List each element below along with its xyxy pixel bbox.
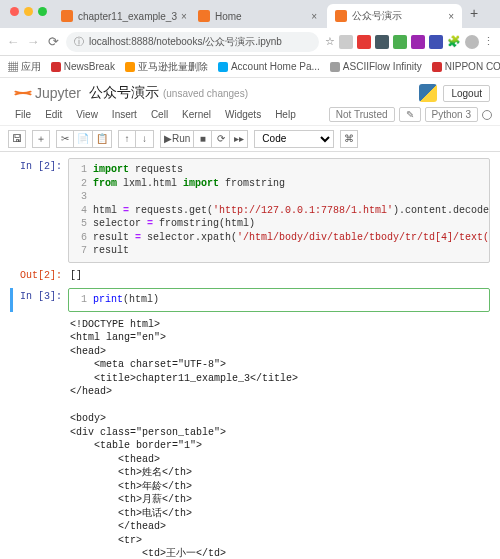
close-tab-icon[interactable]: × (177, 11, 187, 22)
input-prompt: In [2]: (10, 158, 68, 263)
ext-icon[interactable] (393, 35, 407, 49)
jupyter-logo-icon (10, 82, 32, 104)
bookmark-item[interactable]: 亚马逊批量删除 (125, 60, 208, 74)
close-window-icon[interactable] (10, 7, 19, 16)
output-prompt (10, 316, 68, 560)
window-controls (6, 7, 53, 22)
code-editor[interactable]: 1print(html) (68, 288, 490, 312)
tab-title: 公众号演示 (352, 9, 402, 23)
jupyter-favicon-icon (61, 10, 73, 22)
maximize-window-icon[interactable] (38, 7, 47, 16)
menu-widgets[interactable]: Widgets (218, 109, 268, 120)
ext-icon[interactable] (411, 35, 425, 49)
restart-button[interactable]: ⟳ (212, 130, 230, 148)
site-info-icon[interactable]: ⓘ (74, 35, 84, 49)
paste-button[interactable]: 📋 (93, 130, 112, 148)
save-button[interactable]: 🖫 (8, 130, 26, 148)
forward-button[interactable]: → (26, 34, 40, 49)
save-status: (unsaved changes) (163, 88, 248, 99)
close-tab-icon[interactable]: × (307, 11, 317, 22)
jupyter-favicon-icon (335, 10, 347, 22)
kernel-status-icon (482, 110, 492, 120)
kernel-name[interactable]: Python 3 (425, 107, 478, 122)
restart-run-button[interactable]: ▸▸ (230, 130, 248, 148)
url-input[interactable]: ⓘ localhost:8888/notebooks/公众号演示.ipynb (66, 32, 319, 52)
profile-icon[interactable] (465, 35, 479, 49)
minimize-window-icon[interactable] (24, 7, 33, 16)
copy-button[interactable]: 📄 (74, 130, 93, 148)
command-palette-button[interactable]: ⌘ (340, 130, 358, 148)
toolbar: 🖫 ＋ ✂ 📄 📋 ↑ ↓ ▶ Run ■ ⟳ ▸▸ Code ⌘ (0, 126, 500, 152)
browser-tab-active[interactable]: 公众号演示 × (327, 4, 462, 28)
menu-cell[interactable]: Cell (144, 109, 175, 120)
apps-button[interactable]: ▦ 应用 (8, 60, 41, 74)
logout-button[interactable]: Logout (443, 85, 490, 102)
extension-icons: ☆ 🧩 ⋮ (325, 35, 494, 49)
jupyter-logo-text: Jupyter (35, 85, 81, 101)
menu-file[interactable]: File (8, 109, 38, 120)
notebook-name[interactable]: 公众号演示 (89, 84, 159, 102)
code-editor[interactable]: 1import requests 2from lxml.html import … (68, 158, 490, 263)
output-cell: Out[2]: [] (10, 267, 490, 285)
menu-insert[interactable]: Insert (105, 109, 144, 120)
run-button[interactable]: ▶ Run (160, 130, 194, 148)
output-text: [] (68, 267, 490, 285)
url-text: localhost:8888/notebooks/公众号演示.ipynb (89, 35, 282, 49)
output-prompt: Out[2]: (10, 267, 68, 285)
input-prompt: In [3]: (10, 288, 68, 312)
output-text: <!DOCTYPE html> <html lang="en"> <head> … (68, 316, 490, 560)
jupyter-favicon-icon (198, 10, 210, 22)
menu-kernel[interactable]: Kernel (175, 109, 218, 120)
ext-icon[interactable] (375, 35, 389, 49)
python-logo-icon (419, 84, 437, 102)
jupyter-header: Jupyter 公众号演示 (unsaved changes) Logout (0, 78, 500, 104)
code-cell[interactable]: In [2]: 1import requests 2from lxml.html… (10, 158, 490, 263)
browser-tab[interactable]: chapter11_example_3 × (53, 4, 188, 28)
ext-icon[interactable] (339, 35, 353, 49)
cut-button[interactable]: ✂ (56, 130, 74, 148)
ext-icon[interactable] (429, 35, 443, 49)
move-down-button[interactable]: ↓ (136, 130, 154, 148)
back-button[interactable]: ← (6, 34, 20, 49)
star-icon[interactable]: ☆ (325, 35, 335, 49)
tab-title: Home (215, 11, 242, 22)
ext-icon[interactable] (357, 35, 371, 49)
output-cell: <!DOCTYPE html> <html lang="en"> <head> … (10, 316, 490, 560)
jupyter-logo[interactable]: Jupyter (10, 82, 81, 104)
cell-type-select[interactable]: Code (254, 130, 334, 148)
close-tab-icon[interactable]: × (444, 11, 454, 22)
menu-bar: File Edit View Insert Cell Kernel Widget… (0, 104, 500, 126)
bookmark-item[interactable]: NIPPON COLORS... (432, 61, 500, 72)
menu-icon[interactable]: ⋮ (483, 35, 494, 49)
trust-indicator[interactable]: Not Trusted (329, 107, 395, 122)
add-cell-button[interactable]: ＋ (32, 130, 50, 148)
puzzle-icon[interactable]: 🧩 (447, 35, 461, 49)
bookmarks-bar: ▦ 应用 NewsBreak 亚马逊批量删除 Account Home Pa..… (0, 56, 500, 78)
bookmark-item[interactable]: ASCIIFlow Infinity (330, 61, 422, 72)
menu-help[interactable]: Help (268, 109, 303, 120)
reload-button[interactable]: ⟳ (46, 34, 60, 49)
browser-tab[interactable]: Home × (190, 4, 325, 28)
code-cell-selected[interactable]: In [3]: 1print(html) (10, 288, 490, 312)
menu-edit[interactable]: Edit (38, 109, 69, 120)
menu-view[interactable]: View (69, 109, 105, 120)
address-bar: ← → ⟳ ⓘ localhost:8888/notebooks/公众号演示.i… (0, 28, 500, 56)
new-tab-button[interactable]: + (464, 5, 484, 23)
interrupt-button[interactable]: ■ (194, 130, 212, 148)
tab-title: chapter11_example_3 (78, 11, 177, 22)
bookmark-item[interactable]: Account Home Pa... (218, 61, 320, 72)
edit-mode-icon[interactable]: ✎ (399, 107, 421, 122)
browser-chrome: chapter11_example_3 × Home × 公众号演示 × + (0, 0, 500, 28)
tab-strip: chapter11_example_3 × Home × 公众号演示 × + (0, 0, 500, 28)
bookmark-item[interactable]: NewsBreak (51, 61, 115, 72)
move-up-button[interactable]: ↑ (118, 130, 136, 148)
notebook-container: In [2]: 1import requests 2from lxml.html… (0, 152, 500, 559)
